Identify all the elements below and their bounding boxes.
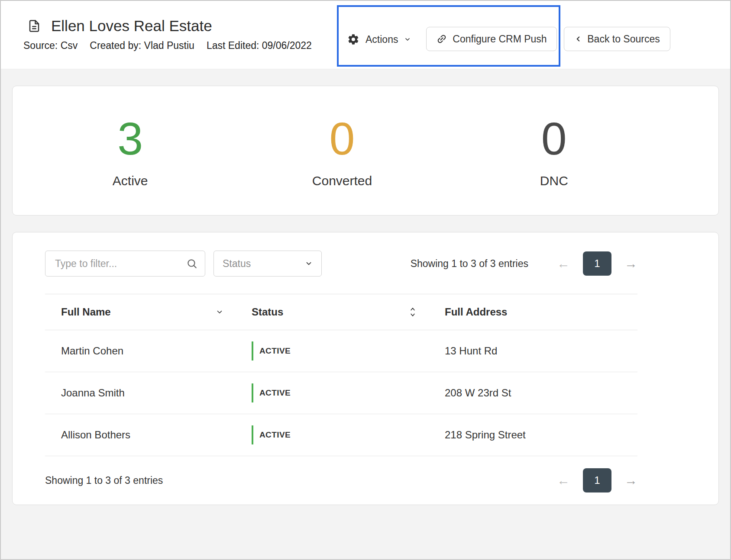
filter-input[interactable]	[45, 251, 205, 277]
chevron-down-icon	[305, 260, 313, 267]
stat-converted-value: 0	[330, 116, 355, 161]
column-header-full-name-label: Full Name	[61, 306, 111, 318]
pagination-next-button[interactable]: →	[624, 474, 637, 487]
footer-showing-entries-text: Showing 1 to 3 of 3 entries	[45, 475, 163, 486]
table-footer: Showing 1 to 3 of 3 entries ← 1 →	[45, 456, 637, 505]
cell-full-address: 13 Hunt Rd	[429, 345, 637, 357]
source-detail-page: Ellen Loves Real Estate Source: Csv Crea…	[0, 0, 731, 560]
cell-full-name: Joanna Smith	[45, 387, 236, 399]
column-header-full-address: Full Address	[429, 306, 637, 318]
leads-table-card: Status Showing 1 to 3 of 3 entries ← 1	[12, 232, 719, 505]
chevron-down-icon	[404, 36, 411, 43]
stats-card: 3 Active 0 Converted 0 DNC	[12, 86, 719, 216]
sort-up-down-icon	[409, 306, 417, 318]
chevron-left-icon	[574, 35, 582, 43]
pagination-page-1-button[interactable]: 1	[583, 468, 611, 492]
link-icon	[434, 31, 450, 47]
meta-last-edited: Last Edited: 09/06/2022	[207, 40, 312, 51]
meta-created-by: Created by: Vlad Pustiu	[90, 40, 194, 51]
stats-row: 3 Active 0 Converted 0 DNC	[24, 86, 660, 215]
filter-wrap	[45, 251, 205, 277]
table-row[interactable]: Allison Bothers ACTIVE 218 Spring Street	[45, 414, 637, 456]
arrow-right-icon: →	[624, 473, 637, 487]
cell-full-address: 208 W 23rd St	[429, 387, 637, 399]
status-badge: ACTIVE	[252, 341, 291, 360]
stat-active-label: Active	[113, 174, 148, 188]
page-title: Ellen Loves Real Estate	[51, 17, 212, 35]
status-filter-select[interactable]: Status	[213, 251, 322, 277]
stat-converted-label: Converted	[312, 174, 372, 188]
meta-source: Source: Csv	[23, 40, 78, 51]
showing-entries-text: Showing 1 to 3 of 3 entries	[411, 258, 528, 270]
pagination-current-page: 1	[594, 474, 600, 486]
cell-status: ACTIVE	[236, 425, 429, 444]
pagination-prev-button[interactable]: ←	[557, 474, 570, 487]
stat-dnc: 0 DNC	[448, 116, 660, 188]
arrow-right-icon: →	[624, 256, 637, 270]
arrow-left-icon: ←	[557, 473, 570, 487]
page-header: Ellen Loves Real Estate Source: Csv Crea…	[1, 1, 730, 69]
status-filter-label: Status	[223, 258, 251, 270]
pagination-current-page: 1	[594, 257, 600, 270]
stat-active-value: 3	[117, 116, 143, 161]
arrow-left-icon: ←	[557, 256, 570, 270]
pagination-next-button[interactable]: →	[624, 257, 637, 270]
cell-full-name: Martin Cohen	[45, 345, 236, 357]
stat-converted: 0 Converted	[236, 116, 448, 188]
back-to-sources-label: Back to Sources	[587, 33, 660, 45]
table-header-row: Full Name Status Full Address	[45, 294, 637, 330]
column-header-full-address-label: Full Address	[445, 306, 507, 318]
sort-chevron-down-icon	[216, 308, 223, 316]
column-header-full-name[interactable]: Full Name	[45, 306, 236, 318]
column-header-status-label: Status	[252, 306, 283, 318]
table-row[interactable]: Joanna Smith ACTIVE 208 W 23rd St	[45, 372, 637, 414]
cell-status: ACTIVE	[236, 341, 429, 360]
configure-crm-push-label: Configure CRM Push	[453, 33, 547, 45]
pagination-top: ← 1 →	[557, 251, 637, 276]
actions-button[interactable]: Actions	[347, 28, 411, 51]
gear-icon	[347, 33, 359, 45]
table-inner: Status Showing 1 to 3 of 3 entries ← 1	[45, 251, 637, 505]
cell-status: ACTIVE	[236, 383, 429, 402]
stat-dnc-label: DNC	[540, 174, 568, 188]
stat-dnc-value: 0	[541, 116, 567, 161]
table-controls: Status Showing 1 to 3 of 3 entries ← 1	[45, 251, 637, 277]
column-header-status[interactable]: Status	[236, 306, 429, 318]
pagination-prev-button[interactable]: ←	[557, 257, 570, 270]
cell-full-name: Allison Bothers	[45, 429, 236, 441]
configure-crm-push-button[interactable]: Configure CRM Push	[426, 27, 557, 51]
pagination-bottom: ← 1 →	[557, 468, 637, 492]
back-to-sources-button[interactable]: Back to Sources	[564, 27, 670, 51]
pagination-page-1-button[interactable]: 1	[583, 251, 611, 276]
cell-full-address: 218 Spring Street	[429, 429, 637, 441]
table-row[interactable]: Martin Cohen ACTIVE 13 Hunt Rd	[45, 330, 637, 372]
actions-button-label: Actions	[366, 34, 398, 45]
document-icon	[28, 19, 41, 33]
status-badge: ACTIVE	[252, 383, 291, 402]
status-badge: ACTIVE	[252, 425, 291, 444]
stat-active: 3 Active	[24, 116, 236, 188]
